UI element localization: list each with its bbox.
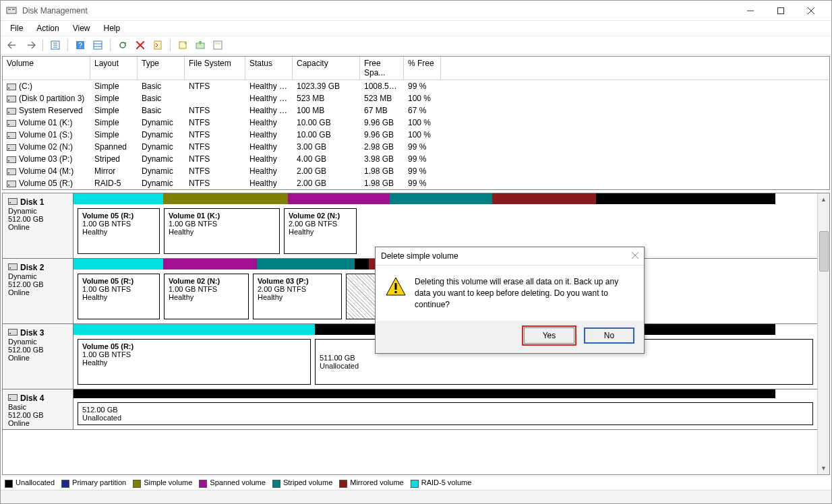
legend-simple: Simple volume [133, 478, 192, 487]
volume-box[interactable]: Volume 02 (N:)1.00 GB NTFSHealthy [164, 274, 249, 319]
disk-icon [8, 263, 18, 272]
svg-rect-45 [9, 267, 11, 269]
col-volume[interactable]: Volume [3, 57, 90, 80]
svg-rect-25 [8, 88, 9, 89]
unallocated-box[interactable]: 512.00 GBUnallocated [78, 402, 813, 425]
vertical-scrollbar[interactable]: ▲ ▼ [817, 193, 829, 474]
volume-row[interactable]: Volume 01 (K:)SimpleDynamicNTFSHealthy10… [3, 117, 829, 129]
svg-rect-4 [777, 7, 783, 13]
svg-rect-27 [8, 100, 9, 101]
menu-file[interactable]: File [5, 22, 28, 34]
svg-rect-42 [9, 199, 18, 205]
col-filesystem[interactable]: File System [185, 57, 245, 80]
disk-icon [8, 328, 18, 338]
show-hide-console-tree-icon[interactable] [49, 38, 62, 52]
legend: Unallocated Primary partition Simple vol… [1, 476, 831, 490]
svg-rect-26 [7, 96, 16, 102]
svg-rect-29 [8, 112, 9, 113]
scroll-down-icon[interactable]: ▼ [819, 464, 829, 473]
disk-info[interactable]: Disk 3Dynamic512.00 GBOnline [3, 324, 73, 389]
svg-rect-37 [8, 160, 9, 162]
new-icon[interactable] [176, 38, 189, 52]
back-button[interactable] [6, 38, 20, 52]
dialog-title: Delete simple volume [381, 251, 458, 261]
volume-box[interactable]: Volume 01 (K:)1.00 GB NTFSHealthy [164, 208, 280, 254]
svg-rect-22 [214, 41, 222, 49]
forward-button[interactable] [24, 38, 37, 52]
detach-vhd-icon[interactable] [211, 38, 225, 52]
col-status[interactable]: Status [245, 57, 293, 80]
volume-row[interactable]: (C:)SimpleBasicNTFSHealthy (B...1023.39 … [3, 80, 829, 92]
warning-icon [385, 276, 407, 298]
help-icon[interactable]: ? [73, 38, 87, 52]
volume-row[interactable]: Volume 05 (R:)RAID-5DynamicNTFSHealthy2.… [3, 177, 829, 189]
svg-rect-47 [9, 333, 11, 334]
delete-volume-dialog: Delete simple volume Deleting this volum… [375, 247, 645, 354]
disk-icon [8, 393, 18, 403]
close-button[interactable] [796, 1, 826, 20]
app-icon [6, 5, 17, 16]
drive-icon [7, 131, 16, 138]
window-controls [735, 1, 826, 20]
disk-color-bar [73, 193, 817, 204]
disk-info[interactable]: Disk 1Dynamic512.00 GBOnline [3, 193, 73, 258]
volume-row[interactable]: (Disk 0 partition 3)SimpleBasicHealthy (… [3, 92, 829, 104]
volume-box[interactable]: Volume 05 (R:)1.00 GB NTFSHealthy [78, 208, 160, 254]
drive-icon [7, 107, 16, 114]
volume-row[interactable]: Volume 02 (N:)SpannedDynamicNTFSHealthy3… [3, 141, 829, 153]
menu-action[interactable]: Action [31, 22, 64, 34]
dialog-close-icon[interactable] [632, 251, 638, 261]
svg-rect-33 [8, 136, 9, 137]
svg-rect-24 [7, 84, 16, 90]
volume-box[interactable]: Volume 05 (R:)1.00 GB NTFSHealthy [78, 274, 160, 319]
disk-info[interactable]: Disk 4Basic512.00 GBOnline [3, 389, 73, 429]
volume-list-body[interactable]: (C:)SimpleBasicNTFSHealthy (B...1023.39 … [3, 80, 829, 189]
volume-box[interactable]: Volume 02 (N:)2.00 GB NTFSHealthy [284, 208, 357, 254]
svg-rect-2 [12, 9, 15, 10]
svg-rect-49 [9, 398, 11, 400]
menu-view[interactable]: View [67, 22, 96, 34]
col-capacity[interactable]: Capacity [293, 57, 360, 80]
menu-help[interactable]: Help [98, 22, 126, 34]
volume-row[interactable]: Volume 04 (M:)MirrorDynamicNTFSHealthy2.… [3, 165, 829, 177]
col-layout[interactable]: Layout [90, 57, 138, 80]
properties-icon[interactable] [151, 38, 165, 52]
svg-rect-41 [8, 185, 9, 186]
drive-icon [7, 95, 16, 102]
scroll-thumb[interactable] [819, 231, 829, 272]
volume-list: Volume Layout Type File System Status Ca… [2, 56, 830, 190]
statusbar [1, 490, 831, 503]
volume-row[interactable]: Volume 01 (S:)SimpleDynamicNTFSHealthy10… [3, 129, 829, 141]
col-free[interactable]: Free Spa... [360, 57, 404, 80]
disk-color-bar [73, 389, 817, 398]
col-type[interactable]: Type [138, 57, 185, 80]
disk-row: Disk 4Basic512.00 GBOnline512.00 GBUnall… [3, 389, 817, 430]
titlebar: Disk Management [1, 1, 831, 21]
legend-striped: Striped volume [272, 478, 332, 487]
volume-box[interactable]: Volume 05 (R:)1.00 GB NTFSHealthy [78, 339, 311, 385]
svg-rect-36 [7, 157, 16, 163]
list-icon[interactable] [91, 38, 105, 52]
svg-rect-31 [8, 124, 9, 125]
scroll-up-icon[interactable]: ▲ [819, 195, 829, 204]
volume-row[interactable]: Volume 03 (P:)StripedDynamicNTFSHealthy4… [3, 153, 829, 165]
volume-row[interactable]: System ReservedSimpleBasicNTFSHealthy (S… [3, 104, 829, 117]
svg-rect-23 [215, 42, 220, 44]
maximize-button[interactable] [765, 1, 796, 20]
disk-info[interactable]: Disk 2Dynamic512.00 GBOnline [3, 259, 73, 323]
svg-rect-53 [395, 291, 397, 293]
drive-icon [7, 168, 16, 175]
dialog-message: Deleting this volume will erase all data… [415, 276, 634, 310]
delete-icon[interactable] [133, 38, 147, 52]
volume-box[interactable]: Volume 03 (P:)2.00 GB NTFSHealthy [253, 274, 342, 319]
drive-icon [7, 144, 16, 150]
dialog-yes-button[interactable]: Yes [524, 327, 574, 344]
minimize-button[interactable] [735, 1, 765, 20]
dialog-no-button[interactable]: No [584, 327, 634, 344]
attach-vhd-icon[interactable] [194, 38, 207, 52]
svg-rect-35 [8, 148, 9, 150]
col-pfree[interactable]: % Free [404, 57, 441, 80]
menubar: File Action View Help [1, 21, 831, 36]
svg-rect-43 [9, 202, 11, 203]
refresh-icon[interactable] [116, 38, 129, 52]
